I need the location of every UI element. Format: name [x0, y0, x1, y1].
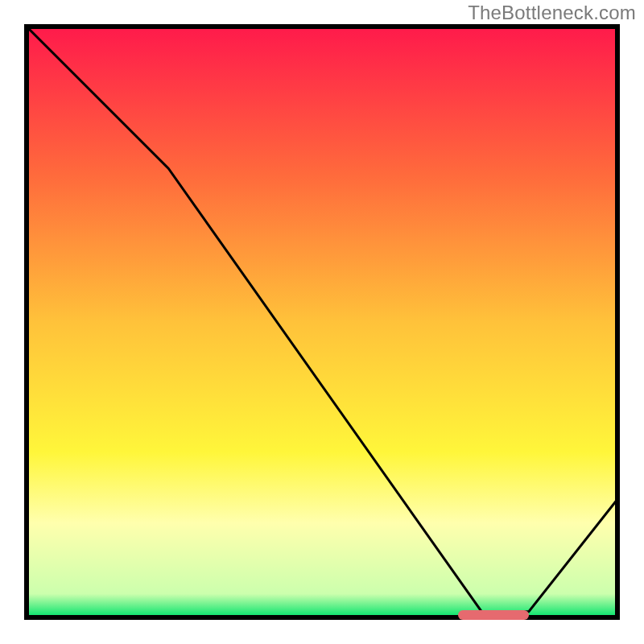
bottleneck-chart: [24, 24, 620, 620]
watermark-text: TheBottleneck.com: [468, 2, 636, 24]
minimum-marker: [458, 610, 529, 620]
